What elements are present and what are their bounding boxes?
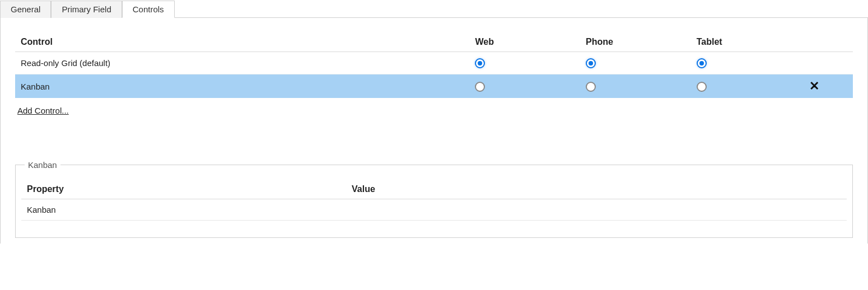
fieldset-legend: Kanban <box>25 160 60 170</box>
header-value: Value <box>346 180 847 199</box>
control-name: Kanban <box>15 74 469 99</box>
header-delete <box>801 34 853 52</box>
radio-phone[interactable] <box>586 58 596 68</box>
radio-tablet[interactable] <box>697 82 707 92</box>
control-name: Read-only Grid (default) <box>15 52 469 74</box>
controls-table: Control Web Phone Tablet Read-only Grid … <box>15 34 853 98</box>
property-value <box>346 199 847 221</box>
header-property: Property <box>21 180 346 199</box>
header-tablet: Tablet <box>691 34 802 52</box>
delete-icon[interactable]: ✕ <box>809 79 819 93</box>
radio-web[interactable] <box>475 82 485 92</box>
control-details-fieldset: Kanban Property Value Kanban <box>15 160 853 238</box>
radio-web[interactable] <box>475 58 485 68</box>
tab-controls[interactable]: Controls <box>122 1 175 18</box>
property-name: Kanban <box>21 199 346 221</box>
table-row[interactable]: Read-only Grid (default) <box>15 52 853 74</box>
tab-primary-field[interactable]: Primary Field <box>51 1 122 18</box>
properties-table: Property Value Kanban <box>21 180 847 221</box>
radio-phone[interactable] <box>586 82 596 92</box>
controls-panel: Control Web Phone Tablet Read-only Grid … <box>0 18 868 244</box>
header-control: Control <box>15 34 469 52</box>
property-row[interactable]: Kanban <box>21 199 847 221</box>
header-phone: Phone <box>580 34 691 52</box>
table-row[interactable]: Kanban ✕ <box>15 74 853 99</box>
tabs-bar: General Primary Field Controls <box>0 0 868 18</box>
tab-general[interactable]: General <box>0 1 51 18</box>
header-web: Web <box>469 34 580 52</box>
add-control-link[interactable]: Add Control... <box>17 106 69 115</box>
radio-tablet[interactable] <box>697 58 707 68</box>
